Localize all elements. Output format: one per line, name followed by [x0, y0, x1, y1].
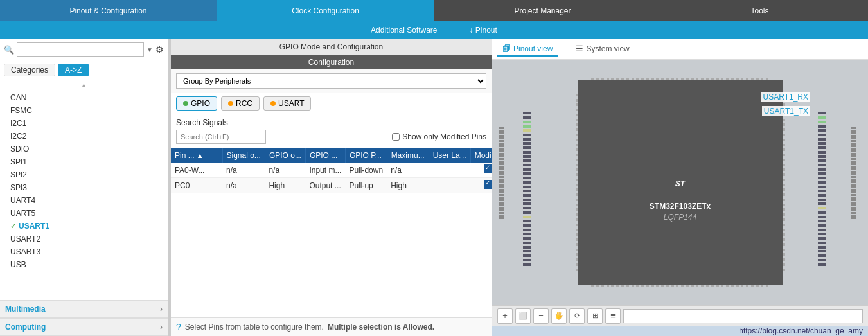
sidebar-item-USART1[interactable]: ✓ USART1: [0, 220, 168, 233]
col-signal[interactable]: Signal o...: [222, 148, 265, 163]
gpio-dot-icon: [183, 101, 188, 106]
tab-categories[interactable]: Categories: [4, 64, 55, 76]
pin-strip-right: [851, 127, 862, 219]
second-nav: Additional Software ↓ Pinout: [0, 21, 868, 39]
search-signals-row: Show only Modified Pins: [176, 130, 486, 144]
view-tabs: 🗐 Pinout view ☰ System view: [492, 39, 868, 60]
col-max-output[interactable]: Maximu...: [387, 148, 429, 163]
table-container: Pin ... ▲ Signal o... GPIO o... GPIO ...: [171, 148, 492, 317]
pinout-link[interactable]: ↓ Pinout: [470, 26, 497, 35]
sidebar-search-input[interactable]: [17, 42, 144, 57]
zoom-in-button[interactable]: +: [497, 308, 513, 324]
ptab-GPIO[interactable]: GPIO: [176, 96, 217, 111]
pinout-view-icon: 🗐: [502, 44, 511, 53]
sidebar-item-USART2[interactable]: USART2: [0, 233, 168, 245]
grid-button[interactable]: ⊞: [587, 308, 603, 324]
chip-body: ST STM32F103ZETx LQFP144: [578, 80, 783, 285]
col-gpio-mode[interactable]: GPIO ...: [305, 148, 345, 163]
sidebar-item-I2C1[interactable]: I2C1: [0, 117, 168, 130]
sidebar-item-USART3[interactable]: USART3: [0, 245, 168, 258]
show-modified-label[interactable]: Show only Modified Pins: [392, 132, 486, 141]
sidebar-section-multimedia[interactable]: Multimedia ›: [0, 300, 168, 318]
chip-area: ST STM32F103ZETx LQFP144 USART1_RX USART…: [492, 60, 868, 305]
table-row[interactable]: PA0-W... n/a n/a Input m... Pull-down n/…: [171, 163, 492, 178]
search-signals-label: Search Signals: [176, 118, 486, 127]
bottom-toolbar: + ⬜ − 🖐 ⟳ ⊞ ≡: [492, 305, 868, 326]
col-modified[interactable]: Modified: [470, 148, 492, 163]
sidebar-item-SPI3[interactable]: SPI3: [0, 181, 168, 194]
config-header: Configuration: [171, 55, 492, 69]
search-icon: 🔍: [4, 45, 14, 55]
chip-package: LQFP144: [664, 211, 696, 222]
view-settings-button[interactable]: ≡: [605, 308, 621, 324]
sidebar-tabs: Categories A->Z: [0, 60, 168, 80]
sidebar-section-computing[interactable]: Computing ›: [0, 318, 168, 336]
table-row[interactable]: PC0 n/a High Output ... Pull-up High ✓: [171, 178, 492, 193]
group-by-row: Group By Peripherals: [171, 69, 492, 93]
search-signals-area: Search Signals Show only Modified Pins: [171, 114, 492, 148]
tab-system-view[interactable]: ☰ System view: [571, 42, 634, 57]
sidebar-item-CAN[interactable]: CAN: [0, 91, 168, 104]
pin-label-usart1-tx: USART1_TX: [762, 106, 810, 116]
group-by-select[interactable]: Group By Peripherals: [176, 73, 486, 89]
additional-software-link[interactable]: Additional Software: [371, 26, 437, 35]
search-signals-input[interactable]: [176, 130, 266, 144]
tab-project-manager[interactable]: Project Manager: [434, 0, 651, 21]
center-header: GPIO Mode and Configuration: [171, 39, 492, 55]
tab-tools[interactable]: Tools: [651, 0, 868, 21]
sidebar-item-UART5[interactable]: UART5: [0, 207, 168, 220]
sidebar: 🔍 ▼ ⚙ Categories A->Z ▲ CAN FSMC I2: [0, 39, 168, 336]
col-gpio-output[interactable]: GPIO o...: [265, 148, 305, 163]
right-panel: 🗐 Pinout view ☰ System view: [492, 39, 868, 336]
usart1-check-icon: ✓: [10, 222, 16, 231]
gear-icon[interactable]: ⚙: [155, 44, 164, 55]
chip-search-input[interactable]: [623, 309, 863, 323]
col-gpio-pull[interactable]: GPIO P...: [345, 148, 387, 163]
bottom-info: ? Select Pins from table to configure th…: [171, 317, 492, 336]
chip-name: STM32F103ZETx: [650, 200, 711, 211]
status-bar: https://blog.csdn.net/chuan_ge_amy: [492, 326, 868, 336]
main-layout: 🔍 ▼ ⚙ Categories A->Z ▲ CAN FSMC I2: [0, 39, 868, 336]
tab-pinout[interactable]: Pinout & Configuration: [0, 0, 217, 21]
rotate-button[interactable]: ⟳: [569, 308, 585, 324]
chip-logo: ST: [675, 143, 685, 195]
fit-view-button[interactable]: ⬜: [515, 308, 531, 324]
show-modified-checkbox[interactable]: [392, 133, 400, 141]
sidebar-item-SPI2[interactable]: SPI2: [0, 168, 168, 181]
sidebar-item-USB[interactable]: USB: [0, 258, 168, 271]
pin-label-usart1-rx: USART1_RX: [761, 92, 810, 102]
computing-arrow-icon: ›: [160, 323, 163, 332]
dropdown-arrow-icon[interactable]: ▼: [146, 46, 153, 53]
sidebar-item-SPI1[interactable]: SPI1: [0, 155, 168, 168]
ptab-USART[interactable]: USART: [263, 96, 311, 111]
info-icon: ?: [176, 322, 181, 332]
center-panel: GPIO Mode and Configuration Configuratio…: [171, 39, 492, 336]
ptab-RCC[interactable]: RCC: [221, 96, 260, 111]
tab-pinout-view[interactable]: 🗐 Pinout view: [497, 42, 558, 57]
multimedia-arrow-icon: ›: [160, 305, 163, 314]
top-nav: Pinout & Configuration Clock Configurati…: [0, 0, 868, 21]
sidebar-item-UART4[interactable]: UART4: [0, 194, 168, 207]
system-view-icon: ☰: [576, 44, 583, 53]
sidebar-list: CAN FSMC I2C1 I2C2 SDIO SPI1 SPI2 SPI3: [0, 90, 168, 300]
pan-button[interactable]: 🖐: [551, 308, 567, 324]
zoom-out-button[interactable]: −: [533, 308, 549, 324]
scroll-up-indicator: ▲: [0, 80, 168, 90]
sidebar-item-FSMC[interactable]: FSMC: [0, 104, 168, 117]
pin-strip-left: [499, 127, 509, 219]
tab-atoz[interactable]: A->Z: [58, 64, 89, 76]
peripheral-tabs: GPIO RCC USART: [171, 93, 492, 114]
sidebar-item-SDIO[interactable]: SDIO: [0, 143, 168, 155]
tab-clock[interactable]: Clock Configuration: [217, 0, 434, 21]
modified-checkbox-2: ✓: [470, 178, 492, 193]
modified-checkbox-1: ✓: [470, 163, 492, 178]
usart-dot-icon: [270, 101, 276, 106]
sidebar-item-I2C2[interactable]: I2C2: [0, 130, 168, 143]
sidebar-search-row: 🔍 ▼ ⚙: [0, 39, 168, 60]
rcc-dot-icon: [228, 101, 233, 106]
col-pin[interactable]: Pin ... ▲: [171, 148, 222, 163]
col-user-label[interactable]: User La...: [429, 148, 470, 163]
